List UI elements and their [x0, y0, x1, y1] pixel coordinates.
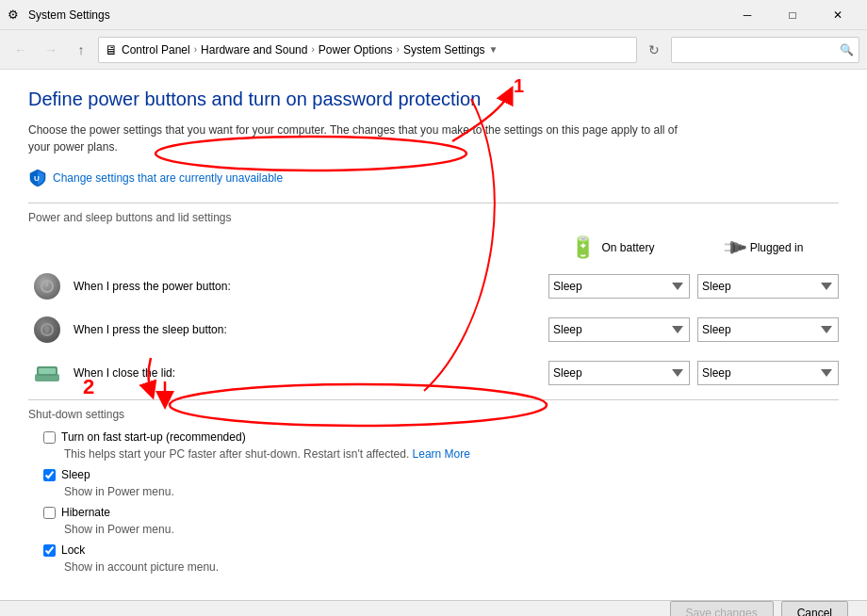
sleep-circle-icon: [34, 316, 60, 343]
sleep-button-label: When I press the sleep button:: [66, 323, 548, 336]
fast-startup-checkbox[interactable]: [43, 431, 56, 444]
plugged-in-label: Plugged in: [750, 241, 804, 254]
change-settings-link[interactable]: Change settings that are currently unava…: [53, 171, 283, 185]
power-button-icon: [28, 273, 66, 300]
content-area: Define power buttons and turn on passwor…: [0, 70, 867, 600]
sleep-button-plugged-in-select[interactable]: Sleep Do nothing Hibernate Shut down Tur…: [697, 317, 839, 342]
lid-label: When I close the lid:: [66, 366, 548, 380]
sleep-checkbox[interactable]: [43, 469, 56, 481]
fast-startup-desc: This helps start your PC faster after sh…: [64, 447, 839, 461]
close-button[interactable]: ✕: [816, 0, 859, 30]
hibernate-checkbox-label[interactable]: Hibernate: [61, 506, 110, 519]
breadcrumb-system-settings[interactable]: System Settings: [403, 43, 485, 57]
search-wrapper: 🔍: [671, 37, 859, 63]
power-table-header: 🔋 On battery 🔌 Plugged in: [28, 235, 839, 260]
svg-text:U: U: [34, 174, 40, 183]
power-button-label: When I press the power button:: [66, 280, 548, 293]
on-battery-header: 🔋 On battery: [537, 235, 688, 260]
power-button-plugged-in-select[interactable]: Sleep Do nothing Hibernate Shut down Tur…: [697, 274, 839, 299]
lid-on-battery-select[interactable]: Sleep Do nothing Hibernate Shut down Tur…: [548, 361, 690, 385]
lid-dropdowns: Sleep Do nothing Hibernate Shut down Tur…: [548, 361, 839, 385]
svg-rect-6: [39, 368, 56, 374]
plug-icon: 🔌: [719, 233, 748, 262]
sleep-button-row: When I press the sleep button: Sleep Do …: [28, 313, 839, 347]
page-description: Choose the power settings that you want …: [28, 122, 688, 155]
lid-row: When I close the lid: Sleep Do nothing H…: [28, 356, 839, 390]
hibernate-row: Hibernate: [43, 506, 839, 519]
section-divider-2: [28, 399, 839, 400]
power-button-dropdowns: Sleep Do nothing Hibernate Shut down Tur…: [548, 274, 839, 299]
power-button-row: When I press the power button: Sleep Do …: [28, 269, 839, 303]
sleep-checkbox-label[interactable]: Sleep: [61, 468, 90, 481]
power-sleep-section-label: Power and sleep buttons and lid settings: [28, 211, 839, 224]
sleep-button-icon: [28, 316, 66, 343]
sleep-button-dropdowns: Sleep Do nothing Hibernate Shut down Tur…: [548, 317, 839, 342]
fast-startup-row: Turn on fast start-up (recommended): [43, 430, 839, 444]
lid-plugged-in-select[interactable]: Sleep Do nothing Hibernate Shut down Tur…: [697, 361, 839, 385]
hibernate-checkbox[interactable]: [43, 507, 56, 519]
hibernate-desc: Show in Power menu.: [64, 523, 839, 536]
main-content: Define power buttons and turn on passwor…: [0, 70, 867, 616]
sleep-desc: Show in Power menu.: [64, 485, 839, 498]
plugged-in-header: 🔌 Plugged in: [688, 235, 839, 260]
title-text: System Settings: [28, 8, 726, 22]
breadcrumb-dropdown-arrow[interactable]: ▼: [489, 44, 499, 55]
forward-button[interactable]: →: [38, 37, 64, 63]
app-icon: ⚙: [8, 8, 23, 23]
battery-icon: 🔋: [570, 235, 596, 260]
back-button[interactable]: ←: [8, 37, 34, 63]
restore-button[interactable]: □: [771, 0, 814, 30]
cancel-button[interactable]: Cancel: [781, 601, 848, 616]
power-button-on-battery-select[interactable]: Sleep Do nothing Hibernate Shut down Tur…: [548, 274, 690, 299]
lock-desc: Show in account picture menu.: [64, 560, 839, 574]
shutdown-label: Shut-down settings: [28, 408, 839, 421]
lock-checkbox[interactable]: [43, 544, 56, 557]
learn-more-link[interactable]: Learn More: [413, 447, 470, 461]
power-circle-icon: [34, 273, 60, 300]
on-battery-label: On battery: [601, 241, 654, 254]
footer: Save changes Cancel: [0, 600, 867, 616]
breadcrumb-control-panel[interactable]: Control Panel: [122, 43, 190, 57]
controlpanel-icon: 🖥: [105, 42, 118, 57]
breadcrumb-hardware[interactable]: Hardware and Sound: [201, 43, 307, 57]
lock-checkbox-label[interactable]: Lock: [61, 543, 85, 557]
search-input[interactable]: [671, 37, 859, 63]
sleep-button-on-battery-select[interactable]: Sleep Do nothing Hibernate Shut down Tur…: [548, 317, 690, 342]
refresh-button[interactable]: ↻: [641, 37, 667, 63]
lock-row: Lock: [43, 543, 839, 557]
titlebar: ⚙ System Settings ─ □ ✕: [0, 0, 867, 30]
breadcrumb-power-options[interactable]: Power Options: [319, 43, 393, 57]
shutdown-section: Shut-down settings Turn on fast start-up…: [28, 408, 839, 574]
change-settings-section: U Change settings that are currently una…: [28, 169, 839, 187]
shield-icon: U: [28, 169, 47, 187]
save-changes-button[interactable]: Save changes: [670, 601, 774, 616]
fast-startup-label[interactable]: Turn on fast start-up (recommended): [61, 430, 246, 444]
breadcrumb: 🖥 Control Panel › Hardware and Sound › P…: [98, 37, 637, 63]
section-divider-1: [28, 203, 839, 203]
minimize-button[interactable]: ─: [726, 0, 769, 30]
sleep-row: Sleep: [43, 468, 839, 481]
page-title: Define power buttons and turn on passwor…: [28, 89, 839, 110]
lid-icon: [28, 363, 66, 383]
window-controls: ─ □ ✕: [726, 0, 859, 30]
addressbar: ← → ↑ 🖥 Control Panel › Hardware and Sou…: [0, 30, 867, 70]
up-button[interactable]: ↑: [68, 37, 94, 63]
